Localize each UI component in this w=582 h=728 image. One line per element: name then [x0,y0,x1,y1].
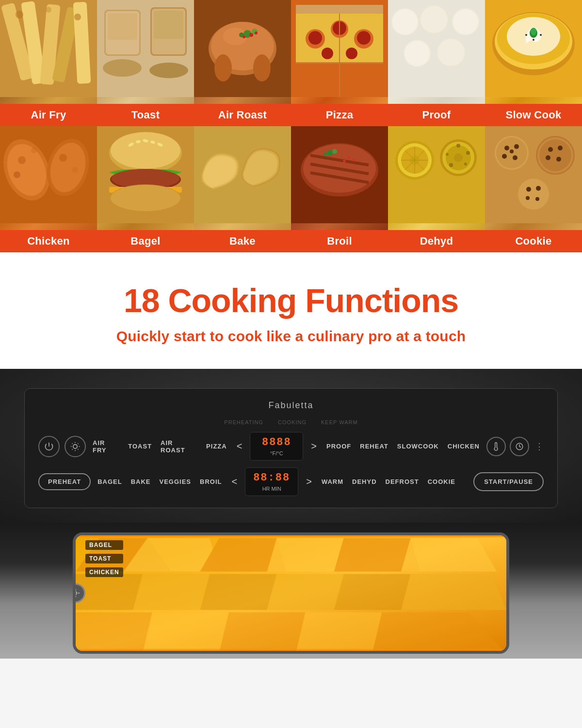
chicken-label: Chicken [0,230,97,252]
svg-point-133 [546,155,550,160]
start-pause-button[interactable]: START/PAUSE [473,472,544,491]
timer-icon-btn[interactable] [510,437,529,456]
airroast-label: Air Roast [194,104,291,126]
panel-row-2: PREHEAT BAGEL BAKE VEGGIES BROIL < 88:88… [38,467,544,496]
light-button[interactable] [65,436,86,457]
oven-window: BAGEL TOAST CHICKEN [73,532,509,654]
svg-marker-161 [267,574,344,610]
svg-rect-32 [296,5,383,14]
arrow-right-2[interactable]: > [303,476,315,487]
btn-bake[interactable]: BAKE [129,477,153,486]
svg-point-50 [453,9,478,34]
svg-marker-165 [143,612,229,651]
svg-line-148 [72,449,73,449]
svg-marker-158 [76,574,143,610]
food-cell-broil: Broil [291,126,388,252]
display-unit-bottom: HR MIN [262,486,281,492]
arrow-left-1[interactable]: < [234,441,245,452]
cooking-functions-section: 18 Cooking Functions Quickly start to co… [0,252,582,369]
svg-point-40 [322,48,333,59]
svg-point-37 [308,31,322,45]
svg-point-114 [456,144,460,148]
svg-point-131 [548,147,553,152]
btn-broil[interactable]: BROIL [198,477,224,486]
slowcook-label: Slow Cook [485,104,582,126]
svg-point-134 [556,157,561,162]
food-cell-pizza: Pizza [291,0,388,126]
display-unit-top: °F/°C [270,450,283,456]
btn-airroast[interactable]: AIR ROAST [159,438,199,455]
svg-point-7 [46,7,51,13]
temp-icon-btn[interactable] [486,437,506,456]
indicator-preheating: PREHEATING [224,419,263,425]
btn-chicken[interactable]: CHICKEN [446,442,482,451]
btn-cookie[interactable]: COOKIE [426,477,457,486]
food-grid: Air Fry Toast [0,0,582,252]
svg-line-145 [78,449,78,449]
btn-dehyd[interactable]: DEHYD [350,477,379,486]
btn-veggies[interactable]: VEGGIES [158,477,194,486]
indicator-cooking: COOKING [278,419,307,425]
panel-right-icons: ⋮ [486,437,544,456]
btn-toast[interactable]: TOAST [126,442,154,451]
arrow-left-2[interactable]: < [228,476,240,487]
proof-label: Proof [388,104,485,126]
btn-slowcook[interactable]: SLOWCOOK [395,442,441,451]
svg-point-27 [249,33,253,37]
airfry-label: Air Fry [0,104,97,126]
svg-line-144 [72,443,73,444]
svg-point-87 [111,185,180,211]
svg-point-115 [466,151,470,155]
food-cell-airroast: Air Roast [194,0,291,126]
svg-marker-166 [219,612,306,651]
btn-airfry[interactable]: AIR FRY [91,438,121,455]
more-dots: ⋮ [535,441,544,452]
svg-point-21 [214,54,232,82]
svg-point-141 [73,444,77,448]
food-cell-bake: Bake [194,126,291,252]
svg-point-53 [404,41,430,66]
food-cell-slowcook: Slow Cook [485,0,582,126]
svg-point-127 [510,149,514,153]
btn-warm[interactable]: WARM [320,477,345,486]
svg-point-125 [502,154,507,159]
svg-point-124 [514,144,519,149]
oven-label-toast: TOAST [85,554,123,563]
cooking-functions-heading: 18 Cooking Functions [19,281,563,319]
btn-pizza[interactable]: PIZZA [204,442,229,451]
svg-point-126 [513,155,517,160]
svg-point-17 [149,63,188,78]
svg-point-71 [31,148,37,153]
btn-proof[interactable]: PROOF [324,442,353,451]
svg-rect-12 [108,13,137,40]
bake-label: Bake [194,230,291,252]
svg-rect-170 [76,649,506,651]
svg-point-54 [437,39,465,66]
svg-point-39 [357,31,371,45]
svg-point-29 [242,35,245,38]
oven-label-chicken: CHICKEN [85,567,123,577]
oven-section: BAGEL TOAST CHICKEN [0,523,582,659]
btn-defrost[interactable]: DEFROST [384,477,421,486]
food-cell-bagel: Bagel [97,126,194,252]
btn-bagel[interactable]: BAGEL [96,477,124,486]
btn-reheat[interactable]: REHEAT [358,442,390,451]
svg-point-62 [525,34,527,36]
svg-point-138 [536,186,541,191]
svg-point-99 [353,159,356,162]
svg-point-8 [74,14,81,20]
svg-line-149 [78,443,78,444]
food-cell-proof: Proof [388,0,485,126]
preheat-button[interactable]: PREHEAT [38,473,91,490]
power-button[interactable] [38,436,60,457]
indicator-keepwarm: KEEP WARM [321,419,358,425]
dehyd-label: Dehyd [388,230,485,252]
svg-point-116 [464,163,467,165]
display-digits-bottom: 88:88 [253,472,290,484]
pizza-label: Pizza [291,104,388,126]
arrow-right-1[interactable]: > [308,441,320,452]
svg-point-28 [255,32,258,34]
svg-marker-162 [334,574,411,610]
svg-point-98 [348,156,351,159]
svg-point-137 [526,187,531,192]
